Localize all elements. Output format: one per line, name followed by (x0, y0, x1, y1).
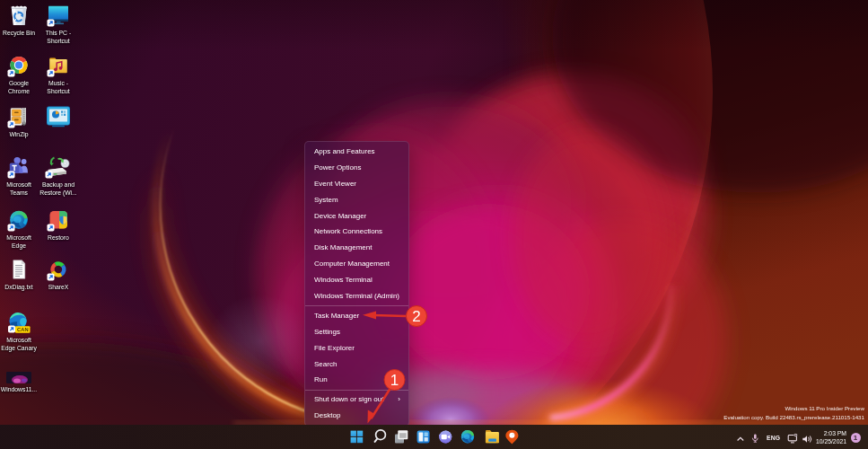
svg-text:CAN: CAN (17, 327, 29, 332)
